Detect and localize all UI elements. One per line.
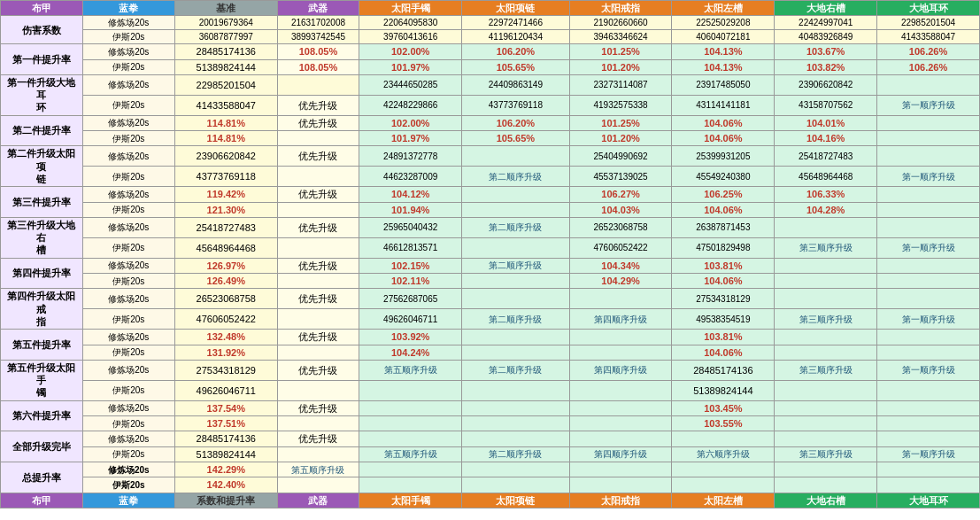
sub-second-rate-2: 伊斯20s [82,131,174,146]
val-c5-second-item-1: 24891372778 [359,146,462,167]
val-c10-fifth-rate-1 [877,330,980,345]
val-c10-total-rate-1 [877,462,980,477]
val-c8-fourth-rate-2: 104.06% [672,274,775,289]
val-c10-first-item-2: 第一顺序升级 [877,95,980,115]
sub-fourth-item-1: 修炼场20s [82,289,174,309]
label-second-item: 第二件升级太阳项链 [1,146,83,187]
val-c10-second-rate-2 [877,131,980,146]
val-weapon-fourth-item-2 [277,309,359,330]
val-weapon-all-upgrade-1: 优先升级 [277,431,359,446]
val-c6-first-rate-2: 105.65% [462,59,570,74]
val-c5-first-item-2: 42248229866 [359,95,462,115]
val-c8-fifth-rate-1: 103.81% [672,330,775,345]
sub-total-rate-2: 伊斯20s [82,477,174,493]
val-c8-first-item-2: 43114141181 [672,95,775,115]
val-weapon-damage-1: 21631702008 [277,16,359,30]
val-c5-fifth-rate-2: 104.24% [359,345,462,360]
val-base-first-rate-2: 51389824144 [174,59,277,74]
val-c8-third-rate-1: 106.25% [672,187,775,202]
val-c5-all-upgrade-2: 第五顺序升级 [359,446,462,462]
val-c7-fourth-rate-1: 104.34% [569,258,672,273]
val-c9-third-item-1 [775,217,877,237]
val-c9-fifth-item-2 [775,380,877,400]
sub-fourth-rate-1: 修炼场20s [82,258,174,273]
val-c7-second-item-1: 25404990692 [569,146,672,167]
val-c6-damage-1: 22972471466 [462,16,570,30]
val-c10-fifth-item-1: 第一顺序升级 [877,360,980,380]
sub-fifth-rate-2: 伊斯20s [82,345,174,360]
val-base-second-item-1: 23906620842 [174,146,277,167]
val-c7-second-item-2: 45537139025 [569,167,672,187]
val-c10-third-rate-2 [877,202,980,217]
val-weapon-second-rate-2 [277,131,359,146]
val-c5-second-rate-2: 101.97% [359,131,462,146]
val-c9-fifth-rate-2 [775,345,877,360]
val-c7-total-rate-1 [569,462,672,477]
val-c5-fourth-item-1: 27562687065 [359,289,462,309]
val-c5-fifth-item-1: 第五顺序升级 [359,360,462,380]
val-c8-sixth-rate-1: 103.45% [672,400,775,415]
val-base-third-item-1: 25418727483 [174,217,277,237]
val-c8-fifth-item-2: 51389824144 [672,380,775,400]
val-weapon-all-upgrade-2 [277,446,359,462]
main-table: 布甲 蓝拳 基准 武器 太阳手镯 太阳项链 太阳戒指 太阳左槽 大地右槽 大地耳… [0,0,980,508]
val-c9-second-item-2: 45648964468 [775,167,877,187]
val-c9-first-item-2: 43158707562 [775,95,877,115]
val-c8-fourth-rate-1: 103.81% [672,258,775,273]
val-c10-fifth-rate-2 [877,345,980,360]
header-col4: 武器 [277,1,359,16]
val-c7-fourth-rate-2: 104.29% [569,274,672,289]
header-col9: 大地右槽 [775,1,877,16]
val-c8-fifth-rate-2: 104.06% [672,345,775,360]
val-c9-third-rate-1: 106.33% [775,187,877,202]
sub-first-rate-2: 伊斯20s [82,59,174,74]
val-c9-fourth-rate-1 [775,258,877,273]
val-c6-fourth-rate-2 [462,274,570,289]
val-weapon-damage-2: 38993742545 [277,30,359,44]
val-base-sixth-rate-2: 137.51% [174,416,277,431]
val-c10-second-item-1 [877,146,980,167]
val-c5-first-rate-2: 101.97% [359,59,462,74]
val-c9-all-upgrade-2: 第三顺序升级 [775,446,877,462]
val-weapon-fourth-item-1: 优先升级 [277,289,359,309]
val-c8-second-item-2: 45549240380 [672,167,775,187]
sub-fifth-item-1: 修炼场20s [82,360,174,380]
val-weapon-third-rate-1: 优先升级 [277,187,359,202]
val-c5-sixth-rate-1 [359,400,462,415]
val-weapon-first-item-2: 优先升级 [277,95,359,115]
val-c9-sixth-rate-2 [775,416,877,431]
val-c7-third-item-1: 26523068758 [569,217,672,237]
header-col7: 太阳戒指 [569,1,672,16]
val-c7-fourth-item-1 [569,289,672,309]
val-weapon-second-item-1: 优先升级 [277,146,359,167]
val-c9-first-item-1: 23906620842 [775,74,877,95]
val-c6-all-upgrade-2: 第二顺序升级 [462,446,570,462]
val-base-third-rate-2: 121.30% [174,202,277,217]
footer-col5: 太阳手镯 [359,493,462,508]
val-c10-third-item-1 [877,217,980,237]
val-c6-second-item-2: 第二顺序升级 [462,167,570,187]
val-c10-sixth-rate-2 [877,416,980,431]
val-c9-fourth-item-2: 第三顺序升级 [775,309,877,330]
val-c5-damage-1: 22064095830 [359,16,462,30]
val-base-all-upgrade-2: 51389824144 [174,446,277,462]
val-c10-second-rate-1 [877,115,980,130]
val-c7-fifth-rate-2 [569,345,672,360]
val-c7-third-item-2: 47606052422 [569,237,672,258]
val-weapon-sixth-rate-1: 优先升级 [277,400,359,415]
footer-col10: 大地耳环 [877,493,980,508]
sub-third-item-2: 伊斯20s [82,237,174,258]
val-c10-all-upgrade-1 [877,431,980,446]
val-c6-fourth-item-1 [462,289,570,309]
footer-col2: 蓝拳 [82,493,174,508]
sub-first-item-2: 伊斯20s [82,95,174,115]
sub-third-item-1: 修炼场20s [82,217,174,237]
val-base-first-item-1: 22985201504 [174,74,277,95]
val-weapon-second-item-2 [277,167,359,187]
val-c10-third-item-2: 第一顺序升级 [877,237,980,258]
val-c10-third-rate-1 [877,187,980,202]
val-weapon-third-item-1: 优先升级 [277,217,359,237]
val-weapon-fifth-item-1: 优先升级 [277,360,359,380]
val-c6-second-rate-1: 106.20% [462,115,570,130]
sub-damage-2: 伊斯20s [82,30,174,44]
